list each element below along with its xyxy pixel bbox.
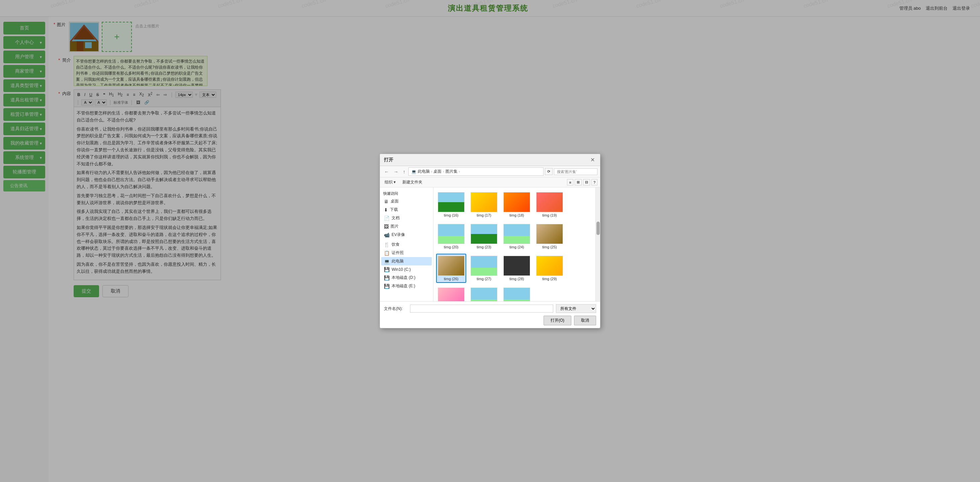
file-thumbnail [471,256,497,276]
file-thumbnail [471,288,497,301]
file-item[interactable]: timg (17) [469,190,499,219]
new-folder-button[interactable]: 新建文件夹 [400,179,425,186]
nav-refresh-button[interactable]: ⟳ [545,168,553,175]
nav-path-computer[interactable]: 此电脑 [418,169,430,174]
dialog-toolbar2-left: 组织 ▾ 新建文件夹 [383,179,425,186]
nav-path-desktop[interactable]: 桌面 [433,169,441,174]
dialog-cancel-button[interactable]: 取消 [574,316,596,325]
file-item[interactable]: timg (28) [502,254,532,283]
filename-label: 文件名(N): [384,306,407,312]
view-small-icon-button[interactable]: ⊟ [583,179,590,185]
file-thumbnail [536,224,563,244]
path-computer-icon: 💻 [411,169,416,174]
sidebar-drive-d-label: 本地磁盘 (D:) [391,275,415,280]
file-name: timg (20) [444,245,458,249]
desktop-icon: 🖥 [384,199,388,204]
sidebar-download[interactable]: ⬇ 下载 [381,205,432,214]
view-help-button[interactable]: ? [592,179,597,185]
file-item[interactable]: timg (19) [535,190,565,219]
sidebar-docs-label: 文档 [391,215,399,221]
sidebar-this-pc-label: 此电脑 [391,258,404,264]
file-thumbnail [503,256,530,276]
file-item[interactable]: timg (26)timg (26) [436,254,466,283]
other-section: 🍴 饮食 📋 证件照 💻 此电脑 💾 Win10 (C:) [381,240,432,290]
dialog-toolbar2-right: ≡ ⊞ ⊟ ? [567,179,597,185]
file-item[interactable]: timg (23) [469,222,499,251]
file-name: timg (25) [542,245,557,249]
sidebar-drive-e-label: 本地磁盘 (E:) [391,283,415,289]
sidebar-drive-d[interactable]: 💾 本地磁盘 (D:) [381,274,432,282]
nav-forward-button[interactable]: → [392,169,400,175]
filename-input[interactable] [410,305,553,313]
scrollbar-thumb [597,221,600,235]
file-item[interactable]: timg (27) [469,254,499,283]
file-thumbnail [536,192,563,212]
sidebar-ev-label: EV录像 [391,232,405,238]
file-thumbnail [438,192,465,212]
file-item[interactable]: timg (20) [436,222,466,251]
file-name: timg (28) [509,277,524,281]
download-icon: ⬇ [384,207,388,213]
file-thumbnail [536,256,563,276]
sidebar-docs[interactable]: 📄 文档 [381,214,432,222]
dialog-footer-row1: 文件名(N): 所有文件 [384,304,596,313]
dialog-close-button[interactable]: ✕ [589,157,596,163]
view-list-button[interactable]: ≡ [567,179,573,185]
sidebar-this-pc[interactable]: 💻 此电脑 [381,257,432,266]
dialog-footer: 文件名(N): 所有文件 打开(O) 取消 [380,301,600,328]
sidebar-drive-e[interactable]: 💾 本地磁盘 (E:) [381,282,432,290]
sidebar-id-photo-label: 证件照 [391,250,404,256]
sidebar-ev-recording[interactable]: 📹 EV录像 [381,231,432,239]
sidebar-id-photo[interactable]: 📋 证件照 [381,249,432,257]
nav-search-input[interactable] [554,169,597,175]
file-name: timg (24) [509,245,524,249]
dialog-footer-row2: 打开(O) 取消 [384,316,596,325]
file-name: timg (17) [477,213,491,217]
file-dialog: 打开 ✕ ← → ↑ 💻 此电脑 › 桌面 › 图片集 › ⟳ 组织 ▾ [380,154,600,328]
file-item[interactable]: timg (25) [535,222,565,251]
dialog-open-button[interactable]: 打开(O) [544,316,571,325]
computer-icon: 💻 [384,259,390,264]
sidebar-drive-c[interactable]: 💾 Win10 (C:) [381,266,432,274]
file-item[interactable]: timg (31) [469,286,499,301]
file-grid: timg (16)timg (17)timg (18)timg (19)timg… [433,188,595,301]
file-name: timg (23) [477,245,491,249]
dialog-main: timg (16)timg (17)timg (18)timg (19)timg… [433,188,595,301]
file-item[interactable]: timg (30) [436,286,466,301]
filetype-select[interactable]: 所有文件 [556,304,596,313]
nav-back-button[interactable]: ← [383,169,391,175]
quick-access-header: 快速访问 [381,190,432,197]
sidebar-download-label: 下载 [390,207,398,213]
view-large-icon-button[interactable]: ⊞ [575,179,582,185]
file-thumbnail [503,224,530,244]
dialog-toolbar2: 组织 ▾ 新建文件夹 ≡ ⊞ ⊟ ? [380,177,600,188]
file-item[interactable]: timg (32) [502,286,532,301]
file-thumbnail [438,224,465,244]
file-item[interactable]: timg (29) [535,254,565,283]
file-dialog-overlay: 打开 ✕ ← → ↑ 💻 此电脑 › 桌面 › 图片集 › ⟳ 组织 ▾ [0,0,980,482]
file-name: timg (26) [444,277,458,281]
file-thumbnail [471,192,497,212]
dialog-body: 快速访问 🖥 桌面 ⬇ 下载 📄 文档 🖼 图片 [380,188,600,301]
file-item[interactable]: timg (24) [502,222,532,251]
sidebar-pictures[interactable]: 🖼 图片 [381,222,432,231]
sidebar-pictures-label: 图片 [391,224,399,229]
drive-c-icon: 💾 [384,267,390,272]
nav-path-display: 💻 此电脑 › 桌面 › 图片集 › [408,167,544,176]
dialog-sidebar: 快速访问 🖥 桌面 ⬇ 下载 📄 文档 🖼 图片 [380,188,433,301]
sidebar-desktop[interactable]: 🖥 桌面 [381,197,432,205]
nav-path-pictures[interactable]: 图片集 [445,169,458,174]
sidebar-food[interactable]: 🍴 饮食 [381,240,432,249]
nav-up-button[interactable]: ↑ [401,169,407,175]
file-item[interactable]: timg (16) [436,190,466,219]
ev-recording-icon: 📹 [384,232,390,238]
sidebar-food-label: 饮食 [391,242,399,247]
drive-d-icon: 💾 [384,275,390,280]
organize-button[interactable]: 组织 ▾ [383,179,398,186]
drive-e-icon: 💾 [384,283,390,289]
dialog-scrollbar[interactable] [595,188,600,301]
file-item[interactable]: timg (18) [502,190,532,219]
docs-icon: 📄 [384,216,390,221]
file-thumbnail [503,288,530,301]
file-name: timg (27) [477,277,491,281]
